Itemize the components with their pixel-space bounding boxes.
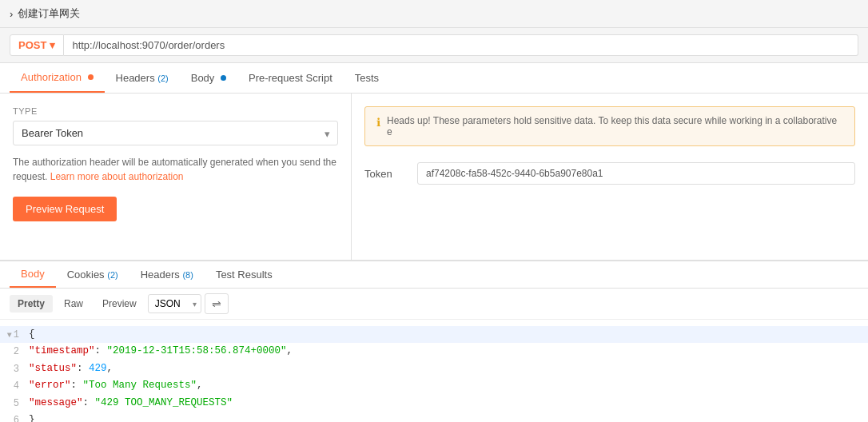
tab-headers[interactable]: Headers (2): [105, 64, 180, 92]
method-selector[interactable]: POST ▾: [10, 34, 64, 56]
main-content: TYPE Bearer Token No Auth API Key Basic …: [0, 94, 868, 261]
code-line: ▼1 {: [0, 326, 868, 343]
warning-text: Heads up! These parameters hold sensitiv…: [387, 115, 843, 137]
resp-tab-body[interactable]: Body: [10, 261, 56, 288]
resp-tab-cookies-badge: (2): [107, 270, 117, 280]
resp-tab-headers[interactable]: Headers (8): [129, 262, 205, 287]
line-content: "error": "Too Many Requests",: [29, 377, 203, 394]
line-content: }: [29, 412, 35, 422]
type-select-wrapper: Bearer Token No Auth API Key Basic Auth …: [13, 121, 338, 145]
resp-tab-headers-badge: (8): [182, 270, 193, 280]
auth-right-panel: ℹ Heads up! These parameters hold sensit…: [352, 94, 868, 260]
warning-box: ℹ Heads up! These parameters hold sensit…: [364, 106, 855, 146]
tab-headers-label: Headers: [116, 72, 158, 84]
resp-tab-cookies[interactable]: Cookies (2): [56, 262, 129, 287]
resp-tab-cookies-label: Cookies: [67, 269, 108, 281]
breadcrumb-label: 创建订单网关: [18, 6, 80, 21]
tab-authorization-label: Authorization: [21, 71, 82, 83]
line-content: {: [29, 326, 35, 343]
line-content: "message": "429 TOO_MANY_REQUESTS": [29, 395, 233, 412]
tab-body-dot: [221, 75, 226, 81]
tab-headers-badge: (2): [157, 74, 168, 83]
code-line: 6}: [0, 412, 868, 422]
view-preview-button[interactable]: Preview: [94, 295, 145, 313]
line-number: 5: [0, 395, 29, 412]
format-select[interactable]: JSON XML HTML Text: [148, 294, 201, 313]
wrap-button[interactable]: ⇌: [205, 293, 229, 314]
line-content: "timestamp": "2019-12-31T15:58:56.874+00…: [29, 343, 293, 360]
url-bar: POST ▾: [0, 28, 868, 63]
code-line: 3 "status": 429,: [0, 360, 868, 377]
resp-tab-testresults[interactable]: Test Results: [205, 262, 284, 287]
view-raw-button[interactable]: Raw: [56, 295, 91, 313]
line-number: 4: [0, 377, 29, 394]
breadcrumb: › 创建订单网关: [0, 0, 868, 28]
viewer-toolbar: Pretty Raw Preview JSON XML HTML Text ▾ …: [0, 289, 868, 320]
view-pretty-button[interactable]: Pretty: [10, 295, 53, 313]
resp-tab-testresults-label: Test Results: [216, 269, 273, 281]
tab-body-label: Body: [191, 72, 215, 84]
code-line: 2 "timestamp": "2019-12-31T15:58:56.874+…: [0, 343, 868, 360]
type-select[interactable]: Bearer Token No Auth API Key Basic Auth …: [13, 121, 338, 145]
format-select-wrapper: JSON XML HTML Text ▾: [148, 294, 201, 313]
response-tabs: Body Cookies (2) Headers (8) Test Result…: [0, 261, 868, 289]
line-number: ▼1: [0, 326, 29, 343]
code-area: ▼1 {2 "timestamp": "2019-12-31T15:58:56.…: [0, 320, 868, 422]
url-input[interactable]: [64, 34, 858, 56]
line-number: 6: [0, 412, 29, 422]
learn-more-link[interactable]: Learn more about authorization: [50, 171, 184, 182]
preview-request-button[interactable]: Preview Request: [13, 197, 117, 221]
line-content: "status": 429,: [29, 360, 113, 377]
request-tabs: Authorization Headers (2) Body Pre-reque…: [0, 63, 868, 94]
warning-icon: ℹ: [376, 116, 380, 129]
tab-tests[interactable]: Tests: [344, 64, 390, 92]
token-row: Token: [364, 162, 855, 185]
line-number: 3: [0, 360, 29, 377]
code-line: 4 "error": "Too Many Requests",: [0, 377, 868, 394]
tab-authorization[interactable]: Authorization: [10, 63, 105, 93]
auth-left-panel: TYPE Bearer Token No Auth API Key Basic …: [0, 94, 352, 260]
code-line: 5 "message": "429 TOO_MANY_REQUESTS": [0, 395, 868, 412]
tab-prerequest-label: Pre-request Script: [249, 72, 332, 84]
tab-tests-label: Tests: [355, 72, 379, 84]
resp-tab-body-label: Body: [21, 268, 45, 280]
type-label: TYPE: [13, 106, 338, 116]
method-chevron: ▾: [50, 39, 55, 51]
auth-description: The authorization header will be automat…: [13, 155, 338, 184]
breadcrumb-arrow: ›: [10, 8, 13, 20]
tab-body[interactable]: Body: [180, 64, 237, 92]
method-label: POST: [18, 39, 46, 51]
line-number: 2: [0, 343, 29, 360]
resp-tab-headers-label: Headers: [141, 269, 183, 281]
tab-prerequest[interactable]: Pre-request Script: [237, 64, 344, 92]
tab-authorization-dot: [88, 74, 94, 80]
token-input[interactable]: [417, 162, 855, 185]
token-label: Token: [364, 168, 404, 180]
